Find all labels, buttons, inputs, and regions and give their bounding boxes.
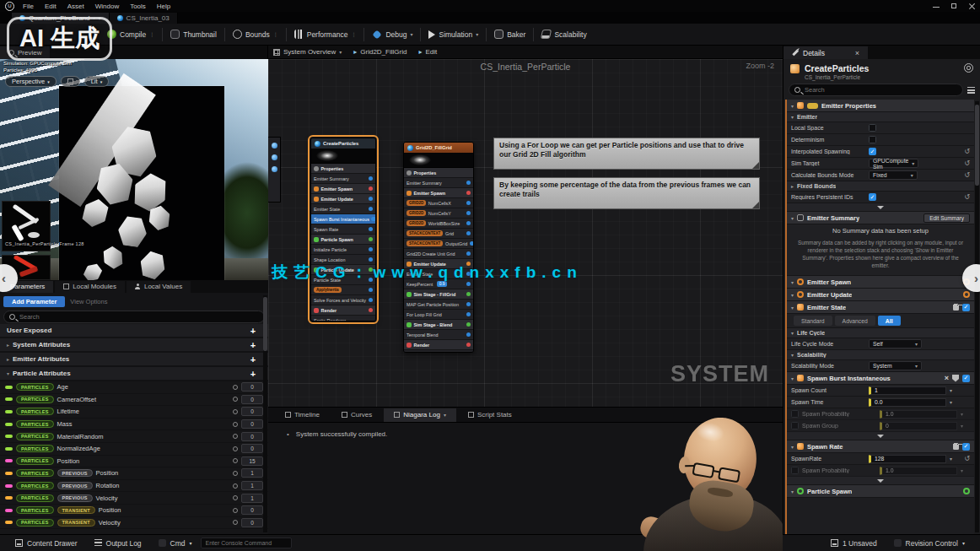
expand-advanced-chevron[interactable] bbox=[787, 477, 974, 485]
add-parameter-button[interactable]: Add Parameter bbox=[3, 296, 65, 307]
stack-group-emitter-spawn[interactable]: Emitter Spawn bbox=[404, 188, 473, 198]
gear-icon[interactable] bbox=[964, 63, 973, 73]
stack-module-spawn-rate[interactable]: Spawn Rate bbox=[311, 224, 375, 235]
menu-asset[interactable]: Asset bbox=[67, 3, 84, 10]
watch-icon[interactable] bbox=[233, 409, 238, 414]
preview-viewport[interactable]: Simulation: GPUCompute Sim Particles: 40… bbox=[0, 59, 268, 280]
stack-module-sprite-renderer[interactable]: Sprite Renderer bbox=[404, 350, 473, 353]
value-dropdown[interactable]: Self▾ bbox=[869, 339, 922, 348]
bottom-tab-curves[interactable]: Curves bbox=[331, 408, 382, 422]
reset-icon[interactable]: ↺ bbox=[964, 159, 970, 167]
section-header-emitter-state[interactable]: ▾Emitter State✓ bbox=[787, 301, 974, 314]
enabled-checkbox[interactable]: ✓ bbox=[962, 304, 970, 311]
stack-module-for-loop-fill-grid[interactable]: For Loop Fill Grid bbox=[404, 310, 473, 320]
category-system-attributes[interactable]: ▸System Attributes+ bbox=[0, 338, 268, 353]
value-dropdown[interactable]: System▾ bbox=[869, 361, 922, 370]
add-icon[interactable]: + bbox=[245, 369, 261, 379]
stack-module-spawn-burst-instantaneous[interactable]: Spawn Burst Instantaneous bbox=[311, 214, 375, 224]
comment-note-1[interactable]: Using a For Loop we can get per Particle… bbox=[493, 138, 760, 170]
chevron-down-icon[interactable]: ▾ bbox=[950, 399, 952, 405]
section-header-emitter-properties[interactable]: ▾Emitter Properties bbox=[787, 100, 974, 112]
emitter-node-0[interactable]: CreateParticlesPropertiesEmitter Summary… bbox=[310, 138, 376, 321]
stack-module-temporal-blend[interactable]: Temporal Blend bbox=[404, 330, 473, 340]
override-checkbox[interactable] bbox=[791, 410, 799, 418]
emitter-node-title[interactable]: Grid2D_FillGrid bbox=[404, 143, 473, 153]
value-field[interactable]: 1.0 bbox=[880, 410, 957, 419]
subsection-emitter[interactable]: ▾Emitter bbox=[787, 112, 974, 122]
trash-icon[interactable] bbox=[953, 443, 959, 450]
menu-help[interactable]: Help bbox=[157, 3, 170, 10]
parameter-row[interactable]: PARTICLESCameraOffset0 bbox=[0, 394, 268, 407]
section-header-emitter-update[interactable]: ▾Emitter Update bbox=[787, 289, 974, 301]
stack-module-emitter-summary[interactable]: Emitter Summary bbox=[404, 178, 473, 188]
watch-icon[interactable] bbox=[233, 446, 238, 451]
reset-icon[interactable]: ↺ bbox=[964, 193, 970, 201]
emitter-node-1[interactable]: Grid2D_FillGridPropertiesEmitter Summary… bbox=[403, 142, 474, 353]
value-dropdown[interactable]: GPUCompute Sim▾ bbox=[869, 159, 918, 168]
asset-tab-1[interactable]: CS_Inertia_03 bbox=[110, 13, 178, 24]
stack-module-grid[interactable]: STACKCONTEXTGrid bbox=[404, 229, 473, 239]
section-header-particle-spawn[interactable]: ▾Particle Spawn bbox=[787, 485, 974, 498]
perspective-button[interactable]: Perspective▾ bbox=[5, 76, 57, 87]
menu-window[interactable]: Window bbox=[95, 3, 119, 10]
details-scrollbar[interactable] bbox=[975, 101, 979, 532]
watch-icon[interactable] bbox=[233, 495, 238, 500]
value-field[interactable]: 1.0 bbox=[880, 467, 957, 475]
value-checkbox[interactable]: ✓ bbox=[869, 193, 876, 201]
stack-module-emitter-summary[interactable]: Emitter Summary bbox=[311, 174, 375, 184]
performance-button[interactable]: Performance⋮ bbox=[287, 24, 364, 45]
stack-module-numcellsy[interactable]: GRID2DNumCellsY bbox=[404, 208, 473, 219]
parameter-row[interactable]: PARTICLESTRANSIENTPosition0 bbox=[0, 505, 268, 517]
output-log-button[interactable]: Output Log bbox=[86, 539, 150, 548]
parameter-row[interactable]: PARTICLESMaterialRandom0 bbox=[0, 430, 268, 443]
parameters-search-input[interactable] bbox=[19, 313, 259, 321]
system-overview-canvas[interactable]: CS_Inertia_PerParticle Zoom -2 SYSTEM Us… bbox=[268, 59, 783, 407]
edit-summary-button[interactable]: Edit Summary bbox=[923, 213, 970, 223]
scalability-button[interactable]: Scalability bbox=[534, 24, 594, 45]
stack-module-sprite-renderer[interactable]: Sprite Renderer bbox=[311, 316, 375, 321]
maximize-icon[interactable] bbox=[950, 3, 957, 9]
segment-standard[interactable]: Standard bbox=[794, 316, 832, 326]
stack-group-properties[interactable]: Properties bbox=[404, 168, 473, 178]
content-drawer-button[interactable]: Content Drawer bbox=[7, 539, 86, 548]
minimize-icon[interactable] bbox=[933, 3, 940, 9]
chevron-down-icon[interactable]: ▾ bbox=[961, 423, 963, 429]
category-emitter-attributes[interactable]: ▸Emitter Attributes+ bbox=[0, 353, 268, 367]
debug-button[interactable]: Debug▾ bbox=[364, 24, 420, 45]
expand-advanced-chevron[interactable] bbox=[787, 432, 974, 440]
reset-icon[interactable]: ↺ bbox=[964, 171, 970, 179]
parameter-row[interactable]: PARTICLESPREVIOUSVelocity1 bbox=[0, 492, 268, 505]
stack-group-render[interactable]: Render bbox=[404, 340, 473, 350]
unlink-icon[interactable]: × bbox=[945, 374, 949, 382]
watch-icon[interactable] bbox=[233, 422, 238, 427]
stack-group-particle-spawn[interactable]: Particle Spawn bbox=[311, 235, 375, 245]
tab-details[interactable]: Details × bbox=[783, 46, 868, 59]
chevron-down-icon[interactable]: ▾ bbox=[950, 387, 952, 393]
close-icon[interactable] bbox=[968, 3, 975, 9]
override-checkbox[interactable] bbox=[791, 422, 799, 429]
stack-module-initialize-particle[interactable]: Initialize Particle bbox=[311, 245, 375, 255]
details-search-input[interactable] bbox=[805, 86, 957, 94]
bottom-tab-script-stats[interactable]: Script Stats bbox=[458, 408, 522, 422]
value-field[interactable]: 128 bbox=[869, 455, 946, 463]
subsection-fixed-bounds[interactable]: ▸Fixed Bounds bbox=[787, 181, 974, 192]
graph-tab-1[interactable]: ▸Grid2D_FillGrid bbox=[353, 48, 407, 56]
thumbnail-button[interactable]: Thumbnail bbox=[163, 24, 224, 45]
category-user-exposed[interactable]: User Exposed+ bbox=[0, 324, 268, 338]
watch-icon[interactable] bbox=[233, 385, 238, 390]
stack-group-render[interactable]: Render bbox=[311, 305, 375, 316]
stack-module-solve-forces-and-velocity[interactable]: Solve Forces and Velocity bbox=[311, 295, 375, 305]
subsection-life-cycle[interactable]: ▾Life Cycle bbox=[787, 328, 974, 338]
emitter-node-title[interactable]: CreateParticles bbox=[311, 138, 375, 149]
bottom-tab-niagara-log[interactable]: Niagara Log▾ bbox=[384, 408, 456, 422]
view-options-button[interactable]: View Options bbox=[70, 298, 107, 305]
section-header-spawn-burst-instantaneous[interactable]: ▾Spawn Burst Instantaneous×✓ bbox=[787, 372, 974, 385]
stack-module-map-get-particle-position[interactable]: MAP Get Particle Position bbox=[404, 300, 473, 310]
shield-icon[interactable] bbox=[952, 375, 959, 382]
watch-icon[interactable] bbox=[233, 508, 238, 513]
value-dropdown[interactable]: Fixed▾ bbox=[869, 170, 918, 180]
value-field[interactable]: 1 bbox=[869, 386, 946, 395]
section-header-emitter-summary[interactable]: ▾Emitter SummaryEdit Summary bbox=[787, 212, 974, 224]
baker-button[interactable]: Baker bbox=[487, 24, 533, 45]
stack-module-emitter-state[interactable]: Emitter State bbox=[311, 204, 375, 214]
